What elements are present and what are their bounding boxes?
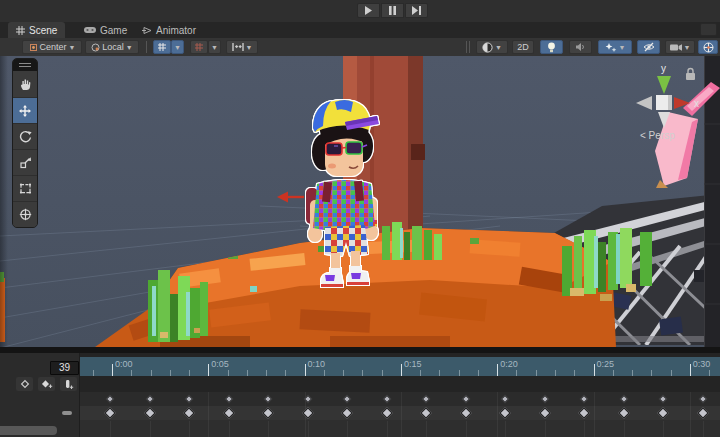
chevron-down-icon: ▼ — [246, 44, 253, 51]
chevron-down-icon: ▼ — [174, 44, 181, 51]
main-toolbar — [0, 0, 720, 23]
toggle-2d-label: 2D — [517, 42, 529, 52]
current-frame-field[interactable]: 39 — [50, 361, 79, 375]
scene-visibility-toggle[interactable] — [637, 40, 660, 54]
timeline-left-panel: 39 — [0, 353, 80, 437]
eye-slash-icon — [643, 42, 655, 52]
step-icon — [412, 6, 422, 15]
scale-tool-button[interactable] — [13, 149, 37, 175]
scene-audio-toggle[interactable] — [569, 40, 592, 54]
chevron-down-icon: ▼ — [69, 44, 76, 51]
transform-tool-button[interactable] — [13, 201, 37, 227]
tab-game-label: Game — [100, 25, 127, 36]
chevron-down-icon: ▼ — [211, 44, 218, 51]
move-icon — [18, 104, 32, 118]
toolbar-separator — [469, 41, 470, 53]
pause-button[interactable] — [381, 3, 404, 18]
grid-visibility-dropdown[interactable]: ▼ — [171, 40, 184, 54]
overlay-drag-handle[interactable] — [13, 59, 37, 71]
track-property-dash — [62, 411, 72, 415]
add-keyframe-outline-button[interactable] — [16, 377, 33, 391]
keyframe-add-icon — [41, 379, 53, 389]
transform-icon — [19, 208, 32, 221]
character-sprite[interactable] — [301, 96, 393, 294]
snap-increment-button[interactable] — [190, 40, 208, 54]
chevron-down-icon: ▼ — [619, 44, 626, 51]
play-icon — [364, 6, 373, 15]
gizmo-y-cone[interactable] — [657, 76, 671, 94]
move-tool-button[interactable] — [13, 97, 37, 123]
add-keyframe-button[interactable] — [38, 377, 55, 391]
gizmo-projection-label: < Persp — [640, 130, 675, 141]
timeline-empty-area — [80, 420, 720, 437]
toolbar-separator — [466, 41, 467, 53]
scene-camera-dropdown[interactable]: ▼ — [665, 40, 695, 54]
view-orientation-gizmo[interactable]: y x < Persp — [624, 58, 716, 144]
gizmos-dropdown[interactable] — [698, 40, 718, 54]
scale-icon — [19, 156, 32, 169]
scene-lighting-toggle[interactable] — [540, 40, 563, 54]
tab-scene-label: Scene — [29, 25, 57, 36]
gizmo-left-cone[interactable] — [636, 96, 652, 110]
timeline-ruler[interactable] — [80, 357, 720, 376]
grid-axis-icon — [157, 42, 167, 52]
collapsed-panel-fragment — [700, 23, 717, 36]
lock-icon — [686, 69, 695, 81]
rotate-icon — [19, 130, 32, 143]
chevron-down-icon: ▼ — [684, 44, 691, 51]
grid-visibility-button[interactable] — [153, 40, 171, 54]
event-marker-icon — [63, 379, 74, 390]
rect-icon — [19, 182, 32, 195]
gizmo-x-cone[interactable] — [674, 97, 690, 109]
unity-editor-window: Scene Game Animator 0 Center ▼ Local ▼ — [0, 0, 720, 437]
lightbulb-icon — [547, 42, 556, 53]
handle-orientation-dropdown[interactable]: Local ▼ — [85, 40, 139, 54]
pivot-mode-label: Center — [40, 42, 67, 52]
snap-grid-icon — [194, 42, 204, 52]
animator-icon — [142, 26, 152, 35]
gizmo-x-label: x — [694, 98, 699, 109]
chevron-down-icon: ▼ — [126, 44, 133, 51]
pivot-icon — [29, 43, 38, 52]
speaker-muted-icon — [575, 42, 586, 52]
hand-icon — [19, 78, 32, 91]
sunglasses — [326, 142, 367, 155]
effects-sparkle-icon — [605, 42, 617, 53]
shading-mode-dropdown[interactable]: ▼ — [476, 40, 508, 54]
toggle-2d-button[interactable]: 2D — [512, 40, 534, 54]
chevron-down-icon: ▼ — [495, 44, 502, 51]
snap-range-icon — [232, 42, 244, 52]
hand-tool-button[interactable] — [13, 71, 37, 97]
add-event-button[interactable] — [60, 377, 77, 391]
step-button[interactable] — [405, 3, 428, 18]
play-button[interactable] — [357, 3, 380, 18]
tab-animator[interactable]: Animator — [134, 22, 204, 38]
sneakers — [321, 271, 369, 287]
rect-tool-button[interactable] — [13, 175, 37, 201]
gamepad-icon — [84, 26, 96, 34]
handle-orientation-label: Local — [102, 42, 124, 52]
toolbar-separator — [146, 41, 147, 53]
shaded-sphere-icon — [482, 42, 493, 53]
tab-scene[interactable]: Scene — [8, 22, 65, 38]
horizontal-scrollbar-thumb[interactable] — [0, 426, 57, 435]
pivot-mode-dropdown[interactable]: Center ▼ — [22, 40, 82, 54]
snap-settings-dropdown[interactable]: ▼ — [226, 40, 258, 54]
gizmo-down-cone[interactable] — [658, 112, 670, 128]
scene-tools-overlay — [12, 58, 38, 228]
scene-grid-icon — [16, 26, 25, 35]
tab-animator-label: Animator — [156, 25, 196, 36]
window-tab-bar: Scene Game Animator — [0, 22, 720, 38]
gizmo-globe-icon — [703, 42, 714, 53]
rotate-tool-button[interactable] — [13, 123, 37, 149]
pause-icon — [388, 6, 397, 15]
timeline-header-row — [80, 376, 720, 392]
scene-view-toolbar: Center ▼ Local ▼ ▼ ▼ ▼ — [0, 38, 720, 57]
snap-increment-dropdown[interactable]: ▼ — [208, 40, 221, 54]
camera-icon — [670, 43, 682, 52]
move-gizmo-x-arrow[interactable] — [276, 189, 306, 205]
local-axis-icon — [91, 43, 100, 52]
scene-effects-dropdown[interactable]: ▼ — [598, 40, 632, 54]
tab-game[interactable]: Game — [76, 22, 135, 38]
gizmo-y-label: y — [661, 63, 666, 74]
